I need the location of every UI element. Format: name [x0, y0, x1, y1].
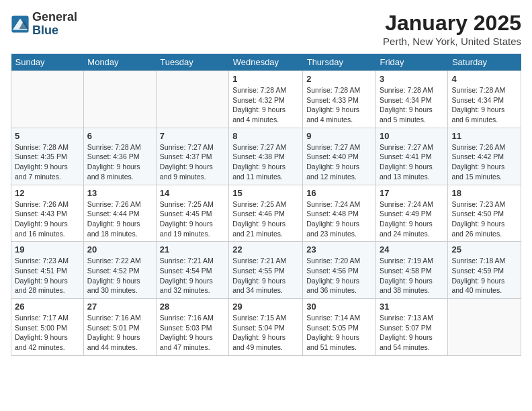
week-row-2: 5Sunrise: 7:28 AM Sunset: 4:35 PM Daylig… — [11, 128, 521, 185]
day-info: Sunrise: 7:25 AM Sunset: 4:46 PM Dayligh… — [232, 199, 299, 239]
calendar-cell: 2Sunrise: 7:28 AM Sunset: 4:33 PM Daylig… — [303, 71, 376, 128]
calendar-cell — [11, 71, 84, 128]
page-header: General Blue January 2025 Perth, New Yor… — [11, 11, 521, 47]
calendar-cell: 28Sunrise: 7:16 AM Sunset: 5:03 PM Dayli… — [156, 299, 228, 356]
calendar-cell: 6Sunrise: 7:28 AM Sunset: 4:36 PM Daylig… — [83, 128, 156, 185]
title-block: January 2025 Perth, New York, United Sta… — [383, 11, 521, 47]
day-number: 18 — [451, 188, 517, 198]
day-info: Sunrise: 7:20 AM Sunset: 4:56 PM Dayligh… — [306, 256, 372, 295]
calendar-cell: 17Sunrise: 7:24 AM Sunset: 4:49 PM Dayli… — [375, 185, 447, 242]
weekday-header-friday: Friday — [375, 54, 447, 71]
day-number: 9 — [306, 131, 372, 141]
calendar-cell: 10Sunrise: 7:27 AM Sunset: 4:41 PM Dayli… — [375, 128, 447, 185]
day-info: Sunrise: 7:23 AM Sunset: 4:51 PM Dayligh… — [15, 256, 80, 295]
day-info: Sunrise: 7:27 AM Sunset: 4:41 PM Dayligh… — [380, 142, 444, 182]
day-info: Sunrise: 7:16 AM Sunset: 5:01 PM Dayligh… — [87, 313, 152, 353]
day-number: 26 — [15, 302, 80, 312]
calendar-cell: 19Sunrise: 7:23 AM Sunset: 4:51 PM Dayli… — [11, 242, 84, 299]
calendar-cell: 8Sunrise: 7:27 AM Sunset: 4:38 PM Daylig… — [229, 128, 303, 185]
day-info: Sunrise: 7:28 AM Sunset: 4:34 PM Dayligh… — [380, 85, 444, 125]
day-number: 27 — [87, 302, 152, 312]
day-info: Sunrise: 7:28 AM Sunset: 4:35 PM Dayligh… — [15, 142, 80, 182]
day-info: Sunrise: 7:21 AM Sunset: 4:55 PM Dayligh… — [232, 256, 299, 295]
calendar-cell: 4Sunrise: 7:28 AM Sunset: 4:34 PM Daylig… — [448, 71, 521, 128]
location: Perth, New York, United States — [383, 36, 521, 47]
calendar-cell: 30Sunrise: 7:14 AM Sunset: 5:05 PM Dayli… — [303, 299, 376, 356]
weekday-header-sunday: Sunday — [11, 54, 84, 71]
day-number: 1 — [232, 74, 299, 84]
day-number: 2 — [306, 74, 372, 84]
weekday-header-saturday: Saturday — [448, 54, 521, 71]
calendar-cell: 15Sunrise: 7:25 AM Sunset: 4:46 PM Dayli… — [229, 185, 303, 242]
week-row-5: 26Sunrise: 7:17 AM Sunset: 5:00 PM Dayli… — [11, 299, 521, 356]
week-row-4: 19Sunrise: 7:23 AM Sunset: 4:51 PM Dayli… — [11, 242, 521, 299]
day-info: Sunrise: 7:28 AM Sunset: 4:36 PM Dayligh… — [87, 142, 152, 182]
calendar-table: SundayMondayTuesdayWednesdayThursdayFrid… — [11, 54, 521, 356]
weekday-header-thursday: Thursday — [303, 54, 376, 71]
weekday-header-monday: Monday — [83, 54, 156, 71]
day-info: Sunrise: 7:26 AM Sunset: 4:44 PM Dayligh… — [87, 199, 152, 239]
day-info: Sunrise: 7:28 AM Sunset: 4:33 PM Dayligh… — [306, 85, 372, 125]
day-info: Sunrise: 7:17 AM Sunset: 5:00 PM Dayligh… — [15, 313, 80, 353]
day-number: 11 — [451, 131, 517, 141]
day-info: Sunrise: 7:27 AM Sunset: 4:37 PM Dayligh… — [160, 142, 225, 182]
day-number: 14 — [160, 188, 225, 198]
month-title: January 2025 — [383, 11, 521, 36]
day-info: Sunrise: 7:23 AM Sunset: 4:50 PM Dayligh… — [451, 199, 517, 239]
calendar-cell: 22Sunrise: 7:21 AM Sunset: 4:55 PM Dayli… — [229, 242, 303, 299]
calendar-cell — [448, 299, 521, 356]
day-info: Sunrise: 7:24 AM Sunset: 4:49 PM Dayligh… — [380, 199, 444, 239]
day-info: Sunrise: 7:28 AM Sunset: 4:32 PM Dayligh… — [232, 85, 299, 125]
day-number: 25 — [451, 244, 517, 255]
weekday-header-wednesday: Wednesday — [229, 54, 303, 71]
day-number: 13 — [87, 188, 152, 198]
calendar-cell: 3Sunrise: 7:28 AM Sunset: 4:34 PM Daylig… — [375, 71, 447, 128]
calendar-cell — [83, 71, 156, 128]
day-info: Sunrise: 7:21 AM Sunset: 4:54 PM Dayligh… — [160, 256, 225, 295]
day-number: 19 — [15, 244, 80, 255]
day-number: 8 — [232, 131, 299, 141]
calendar-cell — [156, 71, 228, 128]
calendar-cell: 14Sunrise: 7:25 AM Sunset: 4:45 PM Dayli… — [156, 185, 228, 242]
day-info: Sunrise: 7:22 AM Sunset: 4:52 PM Dayligh… — [87, 256, 152, 295]
logo-text: General Blue — [32, 11, 77, 38]
logo: General Blue — [11, 11, 77, 38]
day-number: 23 — [306, 244, 372, 255]
day-info: Sunrise: 7:27 AM Sunset: 4:40 PM Dayligh… — [306, 142, 372, 182]
day-number: 16 — [306, 188, 372, 198]
day-number: 15 — [232, 188, 299, 198]
day-info: Sunrise: 7:26 AM Sunset: 4:43 PM Dayligh… — [15, 199, 80, 239]
day-info: Sunrise: 7:14 AM Sunset: 5:05 PM Dayligh… — [306, 313, 372, 353]
calendar-cell: 26Sunrise: 7:17 AM Sunset: 5:00 PM Dayli… — [11, 299, 84, 356]
logo-blue-text: Blue — [32, 24, 77, 38]
day-number: 5 — [15, 131, 80, 141]
day-number: 24 — [380, 244, 444, 255]
day-number: 4 — [451, 74, 517, 84]
calendar-cell: 11Sunrise: 7:26 AM Sunset: 4:42 PM Dayli… — [448, 128, 521, 185]
day-number: 12 — [15, 188, 80, 198]
calendar-cell: 20Sunrise: 7:22 AM Sunset: 4:52 PM Dayli… — [83, 242, 156, 299]
day-number: 20 — [87, 244, 152, 255]
day-number: 28 — [160, 302, 225, 312]
calendar-cell: 16Sunrise: 7:24 AM Sunset: 4:48 PM Dayli… — [303, 185, 376, 242]
calendar-cell: 29Sunrise: 7:15 AM Sunset: 5:04 PM Dayli… — [229, 299, 303, 356]
day-number: 17 — [380, 188, 444, 198]
calendar-cell: 5Sunrise: 7:28 AM Sunset: 4:35 PM Daylig… — [11, 128, 84, 185]
logo-general-text: General — [32, 11, 77, 24]
calendar-cell: 9Sunrise: 7:27 AM Sunset: 4:40 PM Daylig… — [303, 128, 376, 185]
day-number: 6 — [87, 131, 152, 141]
logo-icon — [11, 15, 30, 34]
calendar-cell: 7Sunrise: 7:27 AM Sunset: 4:37 PM Daylig… — [156, 128, 228, 185]
calendar-cell: 25Sunrise: 7:18 AM Sunset: 4:59 PM Dayli… — [448, 242, 521, 299]
day-number: 22 — [232, 244, 299, 255]
day-info: Sunrise: 7:15 AM Sunset: 5:04 PM Dayligh… — [232, 313, 299, 353]
calendar-cell: 13Sunrise: 7:26 AM Sunset: 4:44 PM Dayli… — [83, 185, 156, 242]
day-info: Sunrise: 7:18 AM Sunset: 4:59 PM Dayligh… — [451, 256, 517, 295]
weekday-header-row: SundayMondayTuesdayWednesdayThursdayFrid… — [11, 54, 521, 71]
week-row-3: 12Sunrise: 7:26 AM Sunset: 4:43 PM Dayli… — [11, 185, 521, 242]
calendar-cell: 27Sunrise: 7:16 AM Sunset: 5:01 PM Dayli… — [83, 299, 156, 356]
calendar-cell: 31Sunrise: 7:13 AM Sunset: 5:07 PM Dayli… — [375, 299, 447, 356]
calendar-cell: 24Sunrise: 7:19 AM Sunset: 4:58 PM Dayli… — [375, 242, 447, 299]
day-info: Sunrise: 7:26 AM Sunset: 4:42 PM Dayligh… — [451, 142, 517, 182]
day-number: 31 — [380, 302, 444, 312]
